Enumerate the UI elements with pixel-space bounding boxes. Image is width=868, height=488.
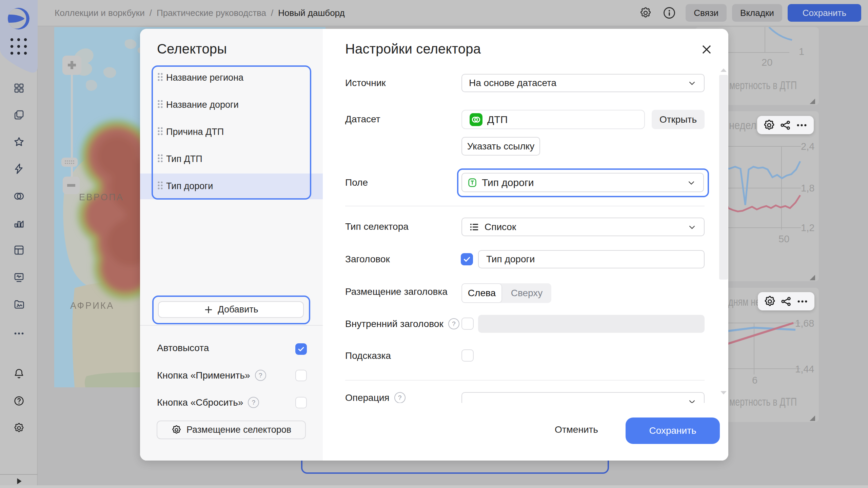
svg-text:2,4: 2,4: [801, 141, 814, 152]
svg-text:1,2: 1,2: [801, 222, 814, 233]
svg-text:50: 50: [778, 233, 789, 244]
svg-text:АФРИКА: АФРИКА: [70, 301, 114, 311]
svg-text:мертность в ДТП: мертность в ДТП: [729, 79, 797, 92]
svg-text:мертность в ДТП: мертность в ДТП: [729, 395, 797, 408]
svg-text:1,8: 1,8: [801, 183, 814, 194]
svg-text:6: 6: [752, 375, 757, 386]
svg-text:ЕВРОПА: ЕВРОПА: [79, 192, 124, 202]
svg-text:1,44: 1,44: [795, 364, 814, 374]
svg-text:1,68: 1,68: [795, 318, 814, 329]
svg-text:20: 20: [762, 57, 772, 68]
svg-text:1: 1: [799, 46, 804, 57]
